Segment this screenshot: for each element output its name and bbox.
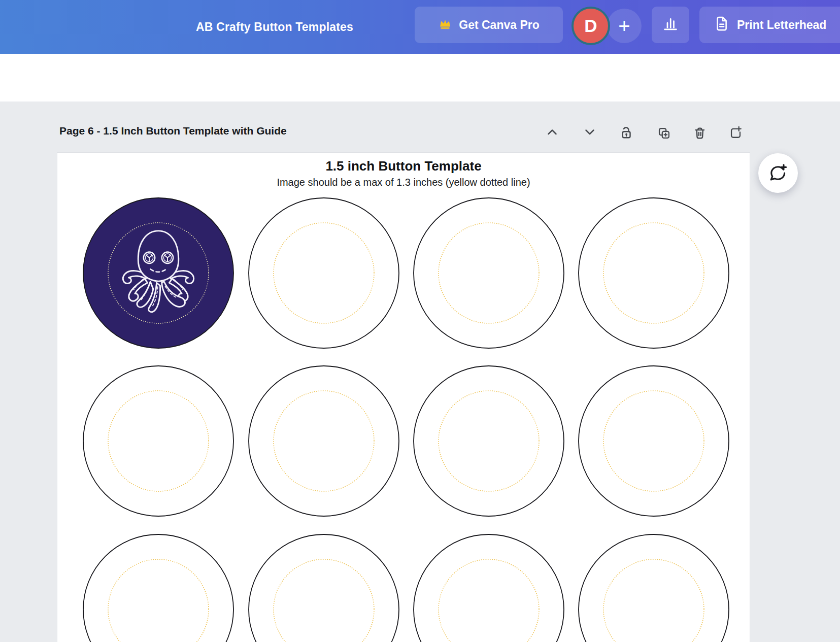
unlock-icon xyxy=(618,124,634,140)
lock-page-button[interactable] xyxy=(617,123,634,141)
button-template-cell[interactable] xyxy=(413,197,565,349)
template-subheading[interactable]: Image should be a max of 1.3 inches (yel… xyxy=(57,177,750,188)
button-outline-circles xyxy=(82,365,234,517)
page-label[interactable]: Page 6 - 1.5 Inch Button Template with G… xyxy=(59,125,287,137)
button-outline-circles xyxy=(248,197,400,349)
button-outline-circles xyxy=(578,365,730,517)
canva-editor: { "topbar": { "title": "AB Crafty Button… xyxy=(0,0,840,642)
button-outline-circles xyxy=(82,533,234,642)
button-outline-circles xyxy=(413,533,565,642)
top-bar: AB Crafty Button Templates Get Canva Pro… xyxy=(0,0,840,54)
button-template-cell[interactable] xyxy=(248,365,400,517)
chevron-down-icon xyxy=(582,124,597,140)
document-icon xyxy=(713,15,730,35)
button-template-cell[interactable] xyxy=(248,197,400,349)
button-template-cell[interactable] xyxy=(413,365,565,517)
button-outline-circles xyxy=(248,365,400,517)
insights-button[interactable] xyxy=(652,7,689,43)
button-template-cell[interactable] xyxy=(413,533,565,642)
add-page-icon xyxy=(727,124,743,140)
add-page-button[interactable] xyxy=(726,123,743,141)
button-outline-circles xyxy=(248,533,400,642)
template-heading[interactable]: 1.5 inch Button Template xyxy=(57,158,750,174)
print-letterhead-button[interactable]: Print Letterhead xyxy=(699,7,840,43)
move-page-up-button[interactable] xyxy=(544,123,561,141)
bar-chart-icon xyxy=(661,15,680,35)
delete-page-button[interactable] xyxy=(690,123,708,141)
octopus-plush-illustration xyxy=(113,222,204,314)
button-template-cell-filled[interactable] xyxy=(82,197,234,349)
design-title[interactable]: AB Crafty Button Templates xyxy=(196,20,353,34)
design-page[interactable]: 1.5 inch Button Template Image should be… xyxy=(57,153,750,642)
button-outline-circles xyxy=(413,197,565,349)
user-avatar[interactable]: D xyxy=(572,7,610,45)
plus-icon: + xyxy=(618,16,630,36)
move-page-down-button[interactable] xyxy=(581,123,598,141)
button-template-cell[interactable] xyxy=(578,197,730,349)
crown-icon xyxy=(438,16,452,33)
duplicate-page-button[interactable] xyxy=(654,123,671,141)
button-template-cell[interactable] xyxy=(248,533,400,642)
duplicate-page-icon xyxy=(655,124,670,140)
get-canva-pro-button[interactable]: Get Canva Pro xyxy=(415,7,563,43)
button-outline-circles xyxy=(578,197,730,349)
chevron-up-icon xyxy=(545,124,560,140)
print-letterhead-label: Print Letterhead xyxy=(737,18,826,32)
button-template-cell[interactable] xyxy=(578,533,730,642)
trash-icon xyxy=(691,124,707,140)
secondary-toolbar xyxy=(0,54,840,102)
add-comment-button[interactable] xyxy=(758,153,798,193)
add-member-button[interactable]: + xyxy=(607,9,642,43)
avatar-initial: D xyxy=(584,16,597,36)
button-template-cell[interactable] xyxy=(82,533,234,642)
get-canva-pro-label: Get Canva Pro xyxy=(459,18,540,32)
button-outline-circles xyxy=(413,365,565,517)
button-outline-circles xyxy=(578,533,730,642)
button-template-cell[interactable] xyxy=(82,365,234,517)
add-comment-icon xyxy=(767,162,789,184)
button-template-cell[interactable] xyxy=(578,365,730,517)
